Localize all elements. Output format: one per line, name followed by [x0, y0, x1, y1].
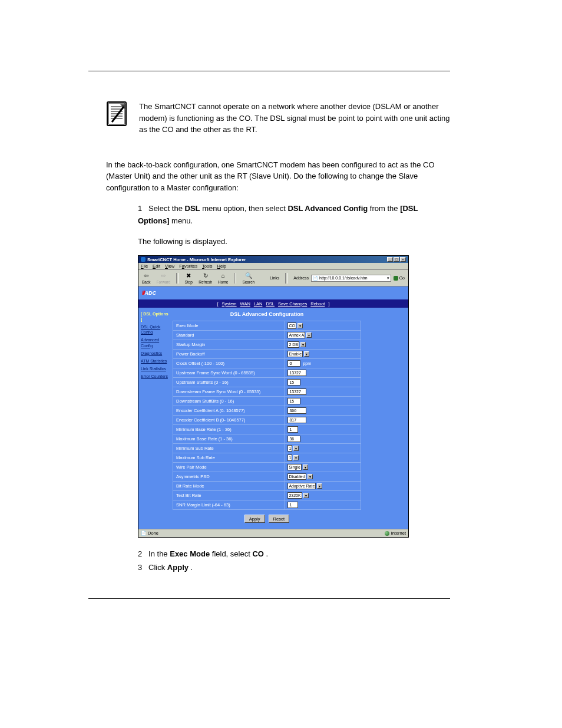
config-value-cell: Single▾	[285, 463, 361, 472]
config-value-cell: 2 DB▾	[285, 340, 361, 349]
sidebar-item-advanced-config[interactable]: Advanced Config	[141, 337, 170, 348]
menu-edit[interactable]: Edit	[153, 263, 160, 269]
input-8[interactable]: 15	[287, 398, 300, 404]
select-15[interactable]: Single	[287, 464, 301, 470]
sidebar-item-atm-statistics[interactable]: ATM Statistics	[141, 358, 170, 364]
chevron-down-icon[interactable]: ▾	[308, 474, 313, 479]
chevron-down-icon[interactable]: ▾	[297, 323, 303, 328]
top-link-save[interactable]: Save Changes	[278, 301, 307, 307]
stop-button[interactable]: ✖Stop	[184, 272, 193, 284]
step-1: 1 Select the DSL menu option, then selec…	[138, 203, 450, 228]
select-18[interactable]: 2320K	[287, 492, 302, 499]
input-10[interactable]: 817	[287, 417, 306, 423]
content-area: ///ADC [ System WAN LAN DSL Save Changes…	[138, 286, 408, 529]
sidebar-item-link-statistics[interactable]: Link Statistics	[141, 366, 170, 371]
config-value-cell: 13727	[285, 368, 361, 377]
config-row: Clock Offset (-100 - 100)0ppm	[173, 358, 361, 368]
config-row: Downstream Frame Sync Word (0 - 65535)13…	[173, 387, 361, 396]
input-6[interactable]: 15	[287, 379, 300, 386]
step1-mid2: from the	[370, 204, 400, 213]
top-link-system[interactable]: System	[222, 301, 237, 307]
select-14[interactable]: 1	[287, 454, 292, 461]
reset-button[interactable]: Reset	[269, 515, 290, 523]
status-text: Done	[148, 531, 158, 536]
ie-window: SmartCNCT Home - Microsoft Internet Expl…	[138, 255, 409, 538]
select-1[interactable]: Annex A	[287, 332, 305, 338]
top-link-wan[interactable]: WAN	[240, 301, 250, 307]
select-16[interactable]: Disabled	[287, 473, 306, 480]
config-value-cell: 1▾	[285, 453, 361, 462]
menu-favorites[interactable]: Favorites	[179, 263, 197, 269]
config-value-cell: Adaptive Rate▾	[285, 482, 361, 490]
input-4[interactable]: 0	[287, 360, 300, 367]
select-13[interactable]: 1	[287, 445, 292, 452]
menu-tools[interactable]: Tools	[202, 263, 213, 269]
chevron-down-icon[interactable]: ▾	[306, 332, 312, 338]
step1-bold2: DSL Advanced Config	[287, 204, 368, 213]
select-17[interactable]: Adaptive Rate	[287, 483, 316, 489]
select-0[interactable]: CO	[287, 322, 296, 329]
menu-help[interactable]: Help	[217, 263, 226, 269]
step1-prefix: Select the	[148, 204, 184, 213]
chevron-down-icon[interactable]: ▾	[303, 493, 309, 498]
back-button[interactable]: ⇦Back	[142, 272, 150, 284]
input-11[interactable]: 1	[287, 426, 298, 433]
config-value-cell: CO▾	[285, 321, 361, 330]
chevron-down-icon[interactable]: ▾	[293, 455, 299, 460]
config-table: Exec ModeCO▾StandardAnnex A▾Startup Marg…	[173, 321, 361, 510]
go-icon	[394, 276, 398, 281]
address-dropdown-icon[interactable]: ▾	[387, 276, 389, 281]
chevron-down-icon[interactable]: ▾	[317, 483, 322, 489]
config-value-cell: 2320K▾	[285, 491, 361, 500]
step1-mid: menu option, then select	[202, 204, 287, 213]
home-button[interactable]: ⌂Home	[218, 272, 228, 284]
window-title: SmartCNCT Home - Microsoft Internet Expl…	[147, 257, 246, 262]
config-value-cell: 13727	[285, 387, 361, 396]
config-value-cell: 1	[285, 500, 361, 509]
select-2[interactable]: 2 DB	[287, 341, 299, 348]
refresh-button[interactable]: ↻Refresh	[199, 272, 212, 284]
config-label: Startup Margin	[173, 340, 285, 349]
menu-file[interactable]: File	[141, 263, 148, 269]
internet-zone-icon	[385, 531, 389, 536]
config-row: Minimum Sub Rate1▾	[173, 443, 361, 453]
maximize-button[interactable]: □	[394, 257, 399, 262]
menu-view[interactable]: View	[165, 263, 174, 269]
config-label: Asymmetric PSD	[173, 472, 285, 481]
minimize-button[interactable]: _	[387, 257, 393, 262]
top-link-dsl[interactable]: DSL	[266, 301, 275, 307]
select-3[interactable]: Enable	[287, 351, 303, 357]
input-19[interactable]: 1	[287, 502, 298, 508]
config-row: Upstream StuffBits (0 - 16)15	[173, 377, 361, 387]
top-link-reboot[interactable]: Reboot	[310, 301, 325, 307]
sidebar-item-dsl-quick-config[interactable]: DSL Quick Config	[141, 324, 170, 335]
config-row: Maximum Sub Rate1▾	[173, 453, 361, 462]
go-button[interactable]: Go	[394, 276, 405, 281]
input-9[interactable]: 366	[287, 407, 306, 414]
config-value-cell: Annex A▾	[285, 331, 361, 340]
config-row: Asymmetric PSDDisabled▾	[173, 472, 361, 481]
address-input[interactable]: 📄 http://10.0.0.1/dslcadv.htm ▾	[311, 275, 391, 282]
input-12[interactable]: 36	[287, 436, 300, 442]
chevron-down-icon[interactable]: ▾	[300, 342, 306, 347]
top-rule	[88, 71, 450, 71]
config-row: Wire Pair ModeSingle▾	[173, 462, 361, 472]
chevron-down-icon[interactable]: ▾	[304, 351, 309, 357]
input-5[interactable]: 13727	[287, 370, 306, 376]
ie-menubar: File Edit View Favorites Tools Help	[138, 263, 408, 270]
address-value: http://10.0.0.1/dslcadv.htm	[319, 276, 368, 280]
top-link-lan[interactable]: LAN	[254, 301, 263, 307]
bottom-rule	[88, 598, 450, 599]
address-label: Address	[293, 276, 309, 280]
chevron-down-icon[interactable]: ▾	[293, 446, 299, 451]
config-value-cell: 366	[285, 406, 361, 415]
close-button[interactable]: ×	[400, 257, 406, 262]
chevron-down-icon[interactable]: ▾	[303, 465, 308, 470]
sidebar-item-diagnostics[interactable]: Diagnostics	[141, 351, 170, 356]
search-button[interactable]: 🔍Search	[242, 272, 254, 284]
config-row: Bit Rate ModeAdaptive Rate▾	[173, 481, 361, 490]
input-7[interactable]: 13727	[287, 388, 306, 395]
sidebar-item-error-counters[interactable]: Error Counters	[141, 374, 170, 379]
forward-button[interactable]: ⇨Forward	[156, 272, 170, 284]
apply-button[interactable]: Apply	[244, 515, 265, 523]
